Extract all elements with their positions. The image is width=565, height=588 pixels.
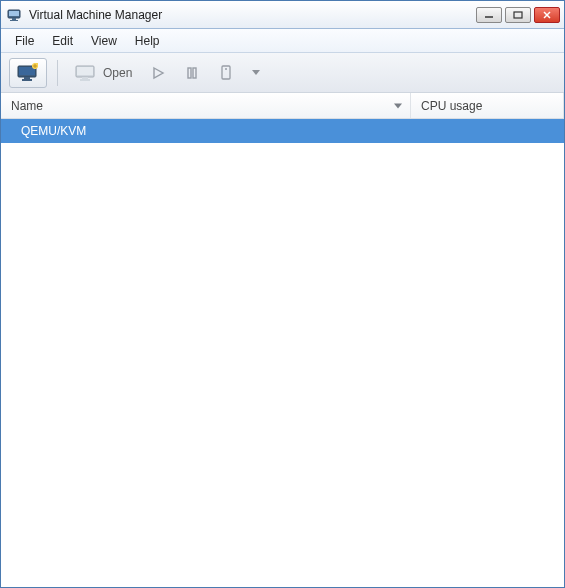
svg-rect-9 (19, 67, 35, 75)
svg-rect-20 (193, 68, 196, 78)
svg-rect-5 (514, 12, 522, 18)
maximize-button[interactable] (505, 7, 531, 23)
sort-indicator-icon (394, 103, 402, 108)
toolbar-separator (57, 60, 58, 86)
svg-rect-17 (80, 79, 90, 81)
pause-button[interactable] (177, 58, 207, 88)
open-label: Open (103, 66, 132, 80)
app-icon (7, 7, 23, 23)
toolbar: Open (1, 53, 564, 93)
column-name-label: Name (11, 99, 43, 113)
svg-rect-2 (12, 18, 16, 20)
svg-rect-1 (9, 11, 19, 16)
menu-edit[interactable]: Edit (44, 32, 81, 50)
column-name[interactable]: Name (1, 93, 411, 118)
shutdown-menu-button[interactable] (245, 58, 267, 88)
svg-rect-3 (10, 20, 18, 21)
close-button[interactable] (534, 7, 560, 23)
menubar: File Edit View Help (1, 29, 564, 53)
menu-help[interactable]: Help (127, 32, 168, 50)
menu-view[interactable]: View (83, 32, 125, 50)
chevron-down-icon (252, 70, 260, 75)
svg-rect-11 (22, 79, 32, 81)
column-headers: Name CPU usage (1, 93, 564, 119)
svg-marker-18 (154, 68, 163, 78)
new-vm-button[interactable] (9, 58, 47, 88)
window-title: Virtual Machine Manager (29, 8, 476, 22)
app-window: Virtual Machine Manager File Edit View H… (0, 0, 565, 588)
svg-rect-21 (222, 66, 230, 79)
svg-rect-10 (24, 77, 30, 79)
titlebar: Virtual Machine Manager (1, 1, 564, 29)
minimize-button[interactable] (476, 7, 502, 23)
column-cpu-label: CPU usage (421, 99, 482, 113)
window-controls (476, 7, 560, 23)
connection-row[interactable]: QEMU/KVM (1, 119, 564, 143)
menu-file[interactable]: File (7, 32, 42, 50)
svg-rect-19 (188, 68, 191, 78)
shutdown-button[interactable] (211, 58, 241, 88)
column-cpu[interactable]: CPU usage (411, 93, 564, 118)
connection-name: QEMU/KVM (21, 124, 86, 138)
open-button[interactable]: Open (68, 58, 139, 88)
vm-list[interactable]: QEMU/KVM (1, 119, 564, 587)
run-button[interactable] (143, 58, 173, 88)
svg-point-22 (225, 68, 227, 70)
svg-rect-15 (77, 67, 93, 75)
svg-rect-16 (82, 77, 88, 79)
